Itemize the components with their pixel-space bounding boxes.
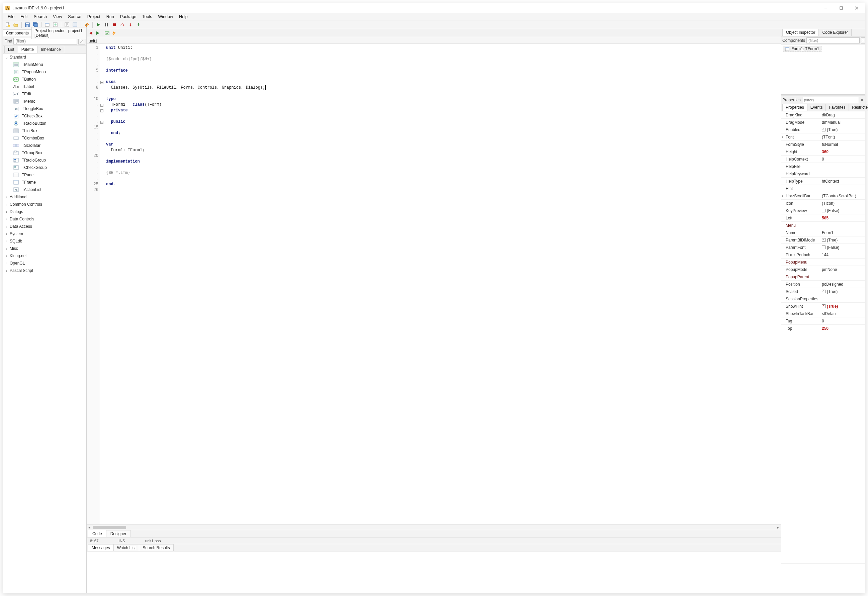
right-tab-code-explorer[interactable]: Code Explorer <box>818 29 852 36</box>
prop-row-pixelsperinch[interactable]: PixelsPerInch144 <box>781 251 865 258</box>
prop-row-helpcontext[interactable]: HelpContext0 <box>781 155 865 163</box>
menu-window[interactable]: Window <box>155 14 175 20</box>
palette-group-opengl[interactable]: ›OpenGL <box>3 260 86 267</box>
prop-row-sessionproperties[interactable]: SessionProperties <box>781 295 865 303</box>
subtab-palette[interactable]: Palette <box>18 46 37 53</box>
palette-item-tcombobox[interactable]: TComboBox <box>12 134 86 142</box>
stop-icon[interactable] <box>111 21 118 28</box>
new-unit-icon[interactable] <box>4 21 11 28</box>
palette-group-standard[interactable]: ⌄Standard <box>3 53 86 61</box>
save-icon[interactable] <box>24 21 31 28</box>
palette-group-system[interactable]: ›System <box>3 230 86 238</box>
menu-help[interactable]: Help <box>176 14 191 20</box>
components-filter-clear-button[interactable] <box>861 37 865 43</box>
palette-item-tradiogroup[interactable]: TRadioGroup <box>12 156 86 164</box>
window-minimize-button[interactable] <box>818 3 834 13</box>
nav-forward-icon[interactable] <box>95 30 101 36</box>
right-tab-object-inspector[interactable]: Object Inspector <box>782 29 819 36</box>
window-close-button[interactable] <box>849 3 864 13</box>
bottom-tab-designer[interactable]: Designer <box>106 530 131 537</box>
menu-run[interactable]: Run <box>104 14 117 20</box>
menu-project[interactable]: Project <box>85 14 103 20</box>
prop-row-helpkeyword[interactable]: HelpKeyword <box>781 170 865 178</box>
component-tree[interactable]: Form1: TForm1 <box>781 44 865 94</box>
tree-node-form1[interactable]: Form1: TForm1 <box>783 46 822 52</box>
prop-row-keypreview[interactable]: KeyPreview(False) <box>781 207 865 214</box>
prop-row-icon[interactable]: Icon(TIcon) <box>781 200 865 207</box>
bottom-tab-code[interactable]: Code <box>88 530 106 537</box>
palette-item-tpanel[interactable]: TPanel <box>12 171 86 179</box>
palette-item-tlabel[interactable]: AbcTLabel <box>12 83 86 90</box>
palette-item-tedit[interactable]: abITEdit <box>12 90 86 98</box>
left-tab-0[interactable]: Components <box>3 30 32 37</box>
prop-row-popupparent[interactable]: PopupParent <box>781 273 865 280</box>
prop-row-formstyle[interactable]: FormStylefsNormal <box>781 141 865 148</box>
menu-file[interactable]: File <box>5 14 17 20</box>
menu-package[interactable]: Package <box>117 14 139 20</box>
open-icon[interactable] <box>12 21 19 28</box>
palette-item-ttogglebox[interactable]: onTToggleBox <box>12 105 86 112</box>
palette-item-tmemo[interactable]: TMemo <box>12 98 86 105</box>
menu-search[interactable]: Search <box>31 14 50 20</box>
window-maximize-button[interactable] <box>834 3 849 13</box>
pause-icon[interactable] <box>103 21 110 28</box>
palette-item-tactionlist[interactable]: OkTActionList <box>12 186 86 193</box>
properties-filter-input[interactable] <box>802 97 859 103</box>
palette-group-misc[interactable]: ›Misc <box>3 245 86 252</box>
prop-tab-events[interactable]: Events <box>807 104 826 111</box>
palette-group-common-controls[interactable]: ›Common Controls <box>3 201 86 208</box>
palette-group-pascal-script[interactable]: ›Pascal Script <box>3 267 86 274</box>
code-editor[interactable]: 1...5..8.10....15....20....2526 −−−− uni… <box>87 44 781 524</box>
prop-row-popupmode[interactable]: PopupModepmNone <box>781 266 865 273</box>
prop-row-tag[interactable]: Tag0 <box>781 317 865 325</box>
palette-group-data-controls[interactable]: ›Data Controls <box>3 215 86 223</box>
component-palette[interactable]: ⌄StandardTMainMenuTPopupMenuOkTButtonAbc… <box>3 53 86 593</box>
nav-back-icon[interactable] <box>88 30 94 36</box>
messages-tab-watch-list[interactable]: Watch List <box>114 544 139 552</box>
prop-row-menu[interactable]: Menu <box>781 222 865 229</box>
palette-item-tgroupbox[interactable]: TGroupBox <box>12 149 86 156</box>
prop-row-showintaskbar[interactable]: ShowInTaskBarstDefault <box>781 310 865 317</box>
prop-row-dragmode[interactable]: DragModedmManual <box>781 119 865 126</box>
palette-group-dialogs[interactable]: ›Dialogs <box>3 208 86 215</box>
menu-view[interactable]: View <box>50 14 65 20</box>
palette-item-tframe[interactable]: TFrame <box>12 179 86 186</box>
menu-source[interactable]: Source <box>65 14 84 20</box>
palette-item-tpopupmenu[interactable]: TPopupMenu <box>12 68 86 75</box>
left-tab-1[interactable]: Project Inspector - project1 [Default] <box>31 27 87 39</box>
menu-edit[interactable]: Edit <box>18 14 30 20</box>
horizontal-scrollbar[interactable]: ◂ ▸ <box>87 524 781 530</box>
prop-tab-favorites[interactable]: Favorites <box>825 104 849 111</box>
fold-column[interactable]: −−−− <box>100 44 104 524</box>
prop-row-showhint[interactable]: ShowHint(True) <box>781 303 865 310</box>
palette-item-tcheckgroup[interactable]: TCheckGroup <box>12 164 86 171</box>
code-area[interactable]: unit Unit1;{$mode objfpc}{$H+}interfaceu… <box>104 44 781 524</box>
palette-item-tmainmenu[interactable]: TMainMenu <box>12 61 86 68</box>
palette-item-tbutton[interactable]: OkTButton <box>12 75 86 83</box>
palette-item-tscrollbar[interactable]: TScrollBar <box>12 142 86 149</box>
subtab-list[interactable]: List <box>4 46 18 53</box>
prop-row-scaled[interactable]: Scaled(True) <box>781 288 865 295</box>
prop-row-helpfile[interactable]: HelpFile <box>781 163 865 170</box>
prop-row-font[interactable]: ›Font(TFont) <box>781 133 865 141</box>
palette-item-tcheckbox[interactable]: TCheckBox <box>12 112 86 120</box>
messages-tab-messages[interactable]: Messages <box>88 544 114 552</box>
prop-row-left[interactable]: Left585 <box>781 214 865 222</box>
prop-row-height[interactable]: Height360 <box>781 148 865 155</box>
prop-row-horzscrollbar[interactable]: ›HorzScrollBar(TControlScrollBar) <box>781 192 865 200</box>
prop-row-popupmenu[interactable]: PopupMenu <box>781 258 865 266</box>
step-out-icon[interactable] <box>135 21 142 28</box>
messages-tab-search-results[interactable]: Search Results <box>139 544 173 552</box>
prop-row-helptype[interactable]: HelpTypehtContext <box>781 178 865 185</box>
prop-row-enabled[interactable]: Enabled(True) <box>781 126 865 133</box>
check-icon[interactable] <box>104 30 110 36</box>
prop-row-name[interactable]: NameForm1 <box>781 229 865 236</box>
prop-row-hint[interactable]: Hint <box>781 185 865 192</box>
prop-row-dragkind[interactable]: DragKinddkDrag <box>781 111 865 119</box>
palette-group-additional[interactable]: ›Additional <box>3 193 86 201</box>
prop-tab-restricted[interactable]: Restricted <box>849 104 868 111</box>
prop-tab-properties[interactable]: Properties <box>782 104 807 111</box>
prop-row-top[interactable]: Top250 <box>781 325 865 332</box>
palette-item-tlistbox[interactable]: TListBox <box>12 127 86 134</box>
step-over-icon[interactable] <box>119 21 126 28</box>
